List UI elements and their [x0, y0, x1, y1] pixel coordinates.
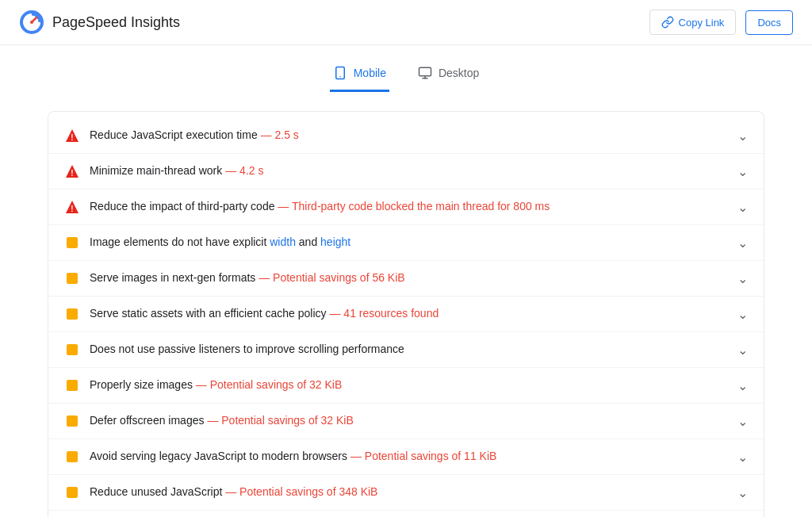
audit-link-width: width	[270, 236, 296, 248]
audit-text: Reduce unused JavaScript — Potential sav…	[90, 484, 728, 500]
audit-card: ! Reduce JavaScript execution time — 2.5…	[48, 111, 764, 517]
chevron-icon: ⌄	[737, 414, 748, 429]
audit-row-legacy-javascript[interactable]: Avoid serving legacy JavaScript to moder…	[48, 439, 764, 475]
tabs-container: Mobile Desktop	[0, 45, 812, 92]
chevron-icon: ⌄	[737, 378, 748, 393]
svg-text:!: !	[71, 133, 73, 142]
audit-detail: — 41 resources found	[329, 307, 439, 320]
audit-row-offscreen-images[interactable]: Defer offscreen images — Potential savin…	[48, 404, 764, 439]
chevron-icon: ⌄	[737, 343, 748, 358]
audit-text: Does not use passive listeners to improv…	[90, 342, 728, 358]
audit-row-third-party-code[interactable]: ! Reduce the impact of third-party code …	[48, 190, 764, 225]
audit-detail: — Potential savings of 56 KiB	[259, 271, 404, 284]
header-right: Copy Link Docs	[649, 10, 793, 35]
chevron-icon: ⌄	[737, 200, 748, 215]
tab-mobile[interactable]: Mobile	[330, 58, 389, 92]
copy-link-label: Copy Link	[679, 17, 725, 29]
audit-detail: — Third-party code blocked the main thre…	[278, 200, 550, 213]
audit-link-height: height	[320, 236, 350, 248]
audit-detail: — Potential savings of 32 KiB	[196, 378, 342, 391]
chevron-icon: ⌄	[737, 271, 748, 286]
link-icon	[661, 16, 674, 29]
audit-label: Minimize main-thread work	[90, 164, 222, 177]
warning-icon	[64, 413, 80, 429]
warning-icon	[64, 306, 80, 322]
audit-label: Avoid serving legacy JavaScript to moder…	[90, 450, 347, 462]
warning-icon	[64, 270, 80, 286]
audit-label: Reduce the impact of third-party code	[90, 200, 274, 213]
audit-label: Serve static assets with an efficient ca…	[90, 307, 327, 320]
chevron-icon: ⌄	[737, 307, 748, 322]
svg-rect-6	[419, 67, 431, 76]
audit-text: Serve static assets with an efficient ca…	[90, 306, 728, 322]
audit-row-long-tasks[interactable]: Avoid long main-thread tasks — 20 long t…	[48, 511, 764, 517]
audit-label: Serve images in next-gen formats	[90, 271, 255, 284]
audit-label: Does not use passive listeners to improv…	[90, 343, 404, 355]
tab-desktop[interactable]: Desktop	[415, 58, 482, 92]
audit-row-js-execution-time[interactable]: ! Reduce JavaScript execution time — 2.5…	[48, 118, 764, 154]
audit-label: Defer offscreen images	[90, 414, 204, 427]
warning-icon	[64, 377, 80, 393]
audit-text: Minimize main-thread work — 4.2 s	[90, 163, 728, 179]
mobile-icon	[333, 66, 347, 80]
audit-row-main-thread-work[interactable]: ! Minimize main-thread work — 4.2 s ⌄	[48, 154, 764, 190]
warning-icon	[64, 449, 80, 465]
svg-text:!: !	[71, 169, 73, 178]
audit-text: Image elements do not have explicit widt…	[90, 235, 728, 251]
audit-label: Reduce JavaScript execution time	[90, 128, 258, 141]
chevron-icon: ⌄	[737, 128, 748, 144]
audit-row-next-gen-formats[interactable]: Serve images in next-gen formats — Poten…	[48, 261, 764, 297]
audit-detail: — 4.2 s	[225, 164, 263, 177]
audit-detail: — Potential savings of 348 KiB	[225, 485, 377, 498]
chevron-icon: ⌄	[737, 236, 748, 251]
audit-text: Defer offscreen images — Potential savin…	[90, 413, 728, 429]
copy-link-button[interactable]: Copy Link	[649, 10, 737, 35]
audit-row-image-dimensions[interactable]: Image elements do not have explicit widt…	[48, 225, 764, 261]
audit-text: Reduce the impact of third-party code — …	[90, 199, 728, 215]
logo-icon	[19, 10, 44, 35]
chevron-icon: ⌄	[737, 485, 748, 500]
tab-mobile-label: Mobile	[354, 67, 386, 79]
docs-button[interactable]: Docs	[745, 10, 793, 35]
svg-point-3	[30, 21, 33, 24]
audit-label: Properly size images	[90, 378, 193, 391]
warning-icon	[64, 342, 80, 358]
chevron-icon: ⌄	[737, 164, 748, 179]
audit-label-and: and	[299, 236, 320, 248]
audit-text: Avoid serving legacy JavaScript to moder…	[90, 449, 728, 465]
audit-row-unused-javascript[interactable]: Reduce unused JavaScript — Potential sav…	[48, 475, 764, 511]
error-icon: !	[64, 128, 80, 144]
audit-row-cache-policy[interactable]: Serve static assets with an efficient ca…	[48, 297, 764, 332]
audit-text: Reduce JavaScript execution time — 2.5 s	[90, 128, 728, 144]
header: PageSpeed Insights Copy Link Docs	[0, 0, 812, 45]
error-icon: !	[64, 163, 80, 179]
warning-icon	[64, 235, 80, 251]
audit-detail: — 2.5 s	[261, 128, 299, 141]
audit-detail: — Potential savings of 11 KiB	[350, 450, 496, 462]
main-content: ! Reduce JavaScript execution time — 2.5…	[0, 92, 812, 517]
audit-row-passive-listeners[interactable]: Does not use passive listeners to improv…	[48, 332, 764, 368]
audit-detail: — Potential savings of 32 KiB	[207, 414, 353, 427]
chevron-icon: ⌄	[737, 450, 748, 465]
docs-label: Docs	[757, 17, 781, 29]
svg-text:!: !	[71, 205, 73, 213]
audit-text: Serve images in next-gen formats — Poten…	[90, 270, 728, 286]
audit-row-properly-size-images[interactable]: Properly size images — Potential savings…	[48, 368, 764, 404]
desktop-icon	[418, 66, 432, 80]
error-icon: !	[64, 199, 80, 215]
audit-label: Image elements do not have explicit	[90, 236, 270, 248]
warning-icon	[64, 484, 80, 500]
header-left: PageSpeed Insights	[19, 10, 180, 35]
audit-label: Reduce unused JavaScript	[90, 485, 222, 498]
audit-text: Properly size images — Potential savings…	[90, 377, 728, 393]
tab-desktop-label: Desktop	[439, 67, 479, 79]
app-title: PageSpeed Insights	[52, 14, 180, 31]
